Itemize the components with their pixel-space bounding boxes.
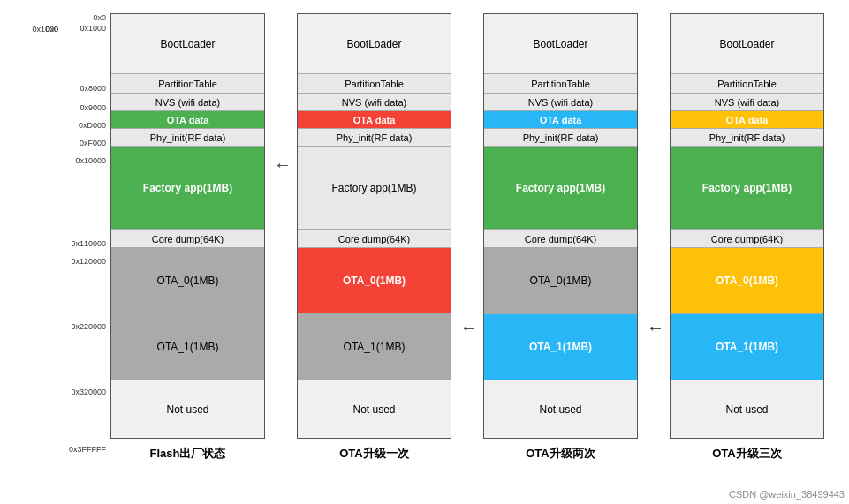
addr-label-0x3FFFFF: 0x3FFFFF xyxy=(69,445,106,454)
arrow3: ← xyxy=(641,318,670,338)
col4-wrap: BootLoader PartitionTable NVS (wifi data… xyxy=(670,13,824,462)
addr-label-0x9000: 0x9000 xyxy=(80,103,106,112)
seg-core-1: Core dump(64K) xyxy=(111,230,264,248)
seg-ota1-4: OTA_1(1MB) xyxy=(671,314,823,380)
seg-factory-4: Factory app(1MB) xyxy=(671,147,823,230)
seg-nvs-2: NVS (wifi data) xyxy=(298,94,451,111)
seg-ota-data-2: OTA data xyxy=(298,111,451,129)
addr-label-0x110000: 0x110000 xyxy=(71,239,106,248)
seg-bootloader-1: BootLoader xyxy=(111,14,264,74)
seg-ota1-2: OTA_1(1MB) xyxy=(298,314,451,380)
col2-label: OTA升级一次 xyxy=(339,446,408,462)
seg-core-2: Core dump(64K) xyxy=(298,230,451,248)
addr-label-0xF000: 0xF000 xyxy=(80,139,106,147)
seg-nvs-4: NVS (wifi data) xyxy=(671,94,823,111)
col3-flash: BootLoader PartitionTable NVS (wifi data… xyxy=(483,13,638,439)
seg-phy-1: Phy_init(RF data) xyxy=(111,129,264,147)
seg-ota-data-1: OTA data xyxy=(111,111,264,129)
arrow1: ← xyxy=(269,154,297,175)
address-labels xyxy=(9,18,55,468)
seg-ota-data-4: OTA data xyxy=(671,111,823,129)
seg-ota1-1: OTA_1(1MB) xyxy=(111,314,264,380)
seg-bootloader-3: BootLoader xyxy=(484,14,637,74)
arrow2: ← xyxy=(455,318,483,338)
seg-notused-1: Not used xyxy=(111,380,264,438)
col1-label: Flash出厂状态 xyxy=(150,446,226,462)
col1-wrap: BootLoader PartitionTable NVS (wifi data… xyxy=(110,13,265,462)
seg-ota0-2: OTA_0(1MB) xyxy=(298,248,451,314)
col3-wrap: BootLoader PartitionTable NVS (wifi data… xyxy=(483,13,638,462)
seg-partition-2: PartitionTable xyxy=(298,74,451,94)
seg-ota1-3: OTA_1(1MB) xyxy=(484,314,637,380)
addr-label-0x320000: 0x320000 xyxy=(71,387,106,396)
col4-label: OTA升级三次 xyxy=(712,446,781,462)
seg-phy-2: Phy_init(RF data) xyxy=(298,129,451,147)
col1-flash: BootLoader PartitionTable NVS (wifi data… xyxy=(110,13,265,439)
seg-phy-3: Phy_init(RF data) xyxy=(484,129,637,147)
seg-factory-2: Factory app(1MB) xyxy=(298,147,451,230)
seg-ota0-4: OTA_0(1MB) xyxy=(671,248,823,314)
seg-core-3: Core dump(64K) xyxy=(484,230,637,248)
addr-label-0x10000: 0x10000 xyxy=(75,156,106,165)
seg-phy-4: Phy_init(RF data) xyxy=(671,129,823,147)
seg-nvs-1: NVS (wifi data) xyxy=(111,94,264,111)
seg-core-4: Core dump(64K) xyxy=(671,230,823,248)
addr-label-0x220000: 0x220000 xyxy=(71,322,106,331)
addr-label-0x8000: 0x8000 xyxy=(80,84,106,93)
addr-label-0x120000: 0x120000 xyxy=(71,257,106,266)
seg-partition-1: PartitionTable xyxy=(111,74,264,94)
seg-bootloader-4: BootLoader xyxy=(671,14,823,74)
col2-wrap: BootLoader PartitionTable NVS (wifi data… xyxy=(297,13,451,462)
watermark: CSDN @weixin_38499443 xyxy=(729,489,845,500)
seg-factory-1: Factory app(1MB) xyxy=(111,147,264,230)
seg-nvs-3: NVS (wifi data) xyxy=(484,94,637,111)
addr-label-0x1000: 0x1000 xyxy=(80,24,106,33)
seg-notused-4: Not used xyxy=(671,380,823,438)
seg-factory-3: Factory app(1MB) xyxy=(484,147,637,230)
seg-ota0-3: OTA_0(1MB) xyxy=(484,248,637,314)
seg-partition-3: PartitionTable xyxy=(484,74,637,94)
addr-label-0x0: 0x0 xyxy=(93,13,106,22)
seg-partition-4: PartitionTable xyxy=(671,74,823,94)
col2-flash: BootLoader PartitionTable NVS (wifi data… xyxy=(297,13,451,439)
seg-ota-data-3: OTA data xyxy=(484,111,637,129)
seg-notused-2: Not used xyxy=(298,380,451,438)
seg-bootloader-2: BootLoader xyxy=(298,14,451,74)
col4-flash: BootLoader PartitionTable NVS (wifi data… xyxy=(670,13,824,439)
addr-label-0xD000: 0xD000 xyxy=(79,121,106,130)
seg-ota0-1: OTA_0(1MB) xyxy=(111,248,264,314)
addr-0x1000: 0x1000 xyxy=(32,25,58,34)
col3-label: OTA升级两次 xyxy=(526,446,595,462)
seg-notused-3: Not used xyxy=(484,380,637,438)
